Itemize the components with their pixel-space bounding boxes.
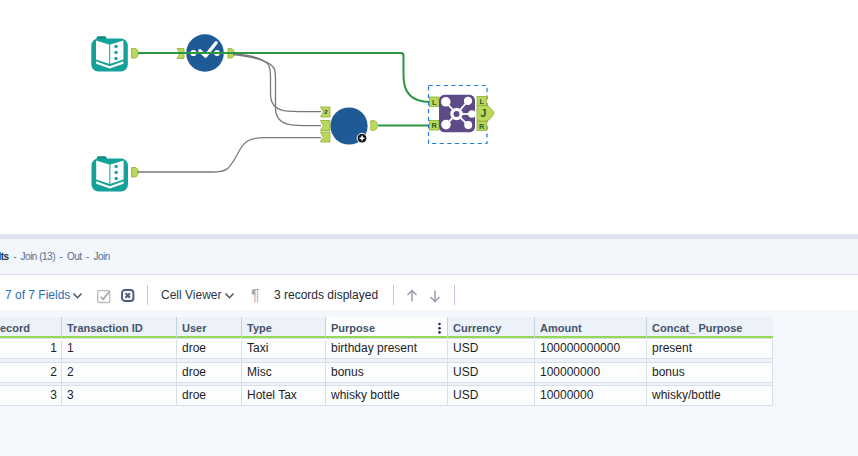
svg-text:J: J [481, 107, 487, 119]
svg-text:R: R [479, 122, 485, 131]
svg-text:L: L [432, 98, 437, 107]
svg-text:R: R [431, 121, 437, 130]
svg-text:L: L [479, 97, 484, 106]
